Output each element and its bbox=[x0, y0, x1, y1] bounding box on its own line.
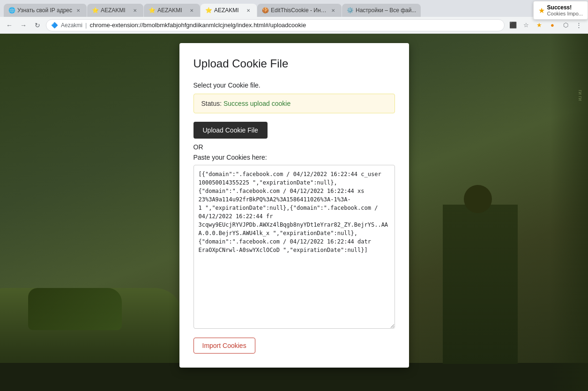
tab-aez3-label: AEZAKMI bbox=[214, 7, 242, 14]
notif-star-icon: ★ bbox=[538, 6, 545, 15]
cookie-textarea[interactable]: [{"domain":".facebook.com / 04/12/2022 1… bbox=[194, 165, 395, 329]
notification-title: Success! bbox=[547, 4, 583, 11]
tab-ip-close[interactable]: ✕ bbox=[74, 7, 82, 14]
notification-popup: ★ Success! Cookies Impo... bbox=[533, 1, 588, 20]
url-bar[interactable]: 🔷 Aezakmi | chrome-extension://bmolbmkfa… bbox=[46, 19, 505, 31]
tab-aez1-favicon: ⭐ bbox=[92, 7, 98, 14]
url-separator: | bbox=[85, 22, 87, 29]
address-bar-icons: ⬛ ☆ ★ ● ⬡ ⋮ bbox=[507, 20, 584, 31]
tab-aez2-close[interactable]: ✕ bbox=[188, 7, 195, 14]
tab-settings-favicon: ⚙️ bbox=[347, 7, 353, 14]
tab-aez1-close[interactable]: ✕ bbox=[131, 7, 139, 14]
tab-aez1[interactable]: ⭐ AEZAKMI ✕ bbox=[87, 4, 143, 17]
tab-edit[interactable]: 🍪 EditThisCookie - Инте... ✕ bbox=[257, 4, 342, 17]
status-value: Success upload cookie bbox=[223, 100, 290, 107]
status-box: Status: Success upload cookie bbox=[194, 94, 395, 113]
tab-edit-favicon: 🍪 bbox=[262, 7, 268, 14]
tab-settings[interactable]: ⚙️ Настройки – Все фай... bbox=[342, 4, 421, 17]
tab-aez3-close[interactable]: ✕ bbox=[245, 7, 252, 14]
tab-aez2[interactable]: ⭐ AEZAKMI ✕ bbox=[144, 4, 200, 17]
tab-aez3-favicon: ⭐ bbox=[205, 7, 212, 14]
tab-ip-favicon: 🌐 bbox=[8, 7, 15, 14]
forward-button[interactable]: → bbox=[18, 20, 29, 31]
tab-aez3[interactable]: ⭐ AEZAKMI ✕ bbox=[201, 4, 257, 17]
bookmark-star-icon[interactable]: ★ bbox=[534, 20, 545, 31]
upload-cookie-file-button[interactable]: Upload Cookie File bbox=[194, 122, 268, 139]
screen-capture-icon[interactable]: ⬛ bbox=[507, 20, 519, 31]
modal-dialog: Upload Cookie File Select your Cookie fi… bbox=[179, 43, 409, 368]
site-name: Aezakmi bbox=[61, 22, 82, 29]
modal-overlay: Upload Cookie File Select your Cookie fi… bbox=[0, 34, 588, 391]
extension-icon[interactable]: ⬡ bbox=[560, 20, 571, 31]
browser-frame: 🌐 Узнать свой IP адрес ✕ ⭐ AEZAKMI ✕ ⭐ A… bbox=[0, 0, 588, 34]
status-label: Status: bbox=[201, 100, 222, 107]
tab-bar: 🌐 Узнать свой IP адрес ✕ ⭐ AEZAKMI ✕ ⭐ A… bbox=[0, 0, 588, 17]
tab-ip[interactable]: 🌐 Узнать свой IP адрес ✕ bbox=[4, 4, 87, 17]
back-button[interactable]: ← bbox=[4, 20, 15, 31]
menu-icon[interactable]: ⋮ bbox=[573, 20, 584, 31]
tab-edit-close[interactable]: ✕ bbox=[329, 7, 337, 14]
or-divider: OR bbox=[194, 143, 395, 151]
paste-cookies-label: Paste your Cookies here: bbox=[194, 154, 395, 161]
site-badge-icon: 🔷 bbox=[51, 22, 58, 29]
address-bar: ← → ↻ 🔷 Aezakmi | chrome-extension://bmo… bbox=[0, 17, 588, 34]
tab-aez2-label: AEZAKMI bbox=[157, 7, 186, 14]
tab-settings-label: Настройки – Все фай... bbox=[356, 7, 416, 14]
import-cookies-button[interactable]: Import Cookies bbox=[194, 338, 255, 354]
select-cookie-label: Select your Cookie file. bbox=[194, 81, 395, 89]
tab-aez1-label: AEZAKMI bbox=[101, 7, 129, 14]
url-text: chrome-extension://bmolbmkfabjohfgndiika… bbox=[89, 22, 306, 29]
refresh-button[interactable]: ↻ bbox=[32, 20, 43, 31]
tab-ip-label: Узнать свой IP адрес bbox=[17, 7, 72, 14]
notification-subtitle: Cookies Impo... bbox=[547, 11, 583, 16]
tab-edit-label: EditThisCookie - Инте... bbox=[271, 7, 327, 14]
profile-icon[interactable]: ● bbox=[547, 20, 558, 31]
bookmark-icon[interactable]: ☆ bbox=[521, 20, 532, 31]
modal-title: Upload Cookie File bbox=[194, 57, 395, 70]
tab-aez2-favicon: ⭐ bbox=[149, 7, 155, 14]
